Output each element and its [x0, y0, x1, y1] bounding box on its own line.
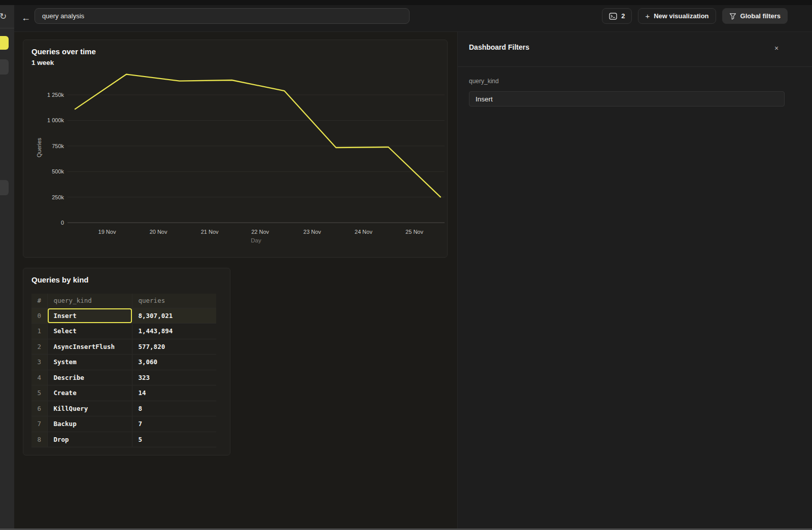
table-row[interactable]: 4Describe323: [31, 370, 216, 385]
global-filters-button[interactable]: Global filters: [722, 8, 788, 24]
queries-count-cell[interactable]: 3,060: [132, 355, 216, 370]
filters-panel-title: Dashboard Filters: [469, 43, 529, 51]
queries-count-cell[interactable]: 323: [132, 370, 216, 385]
x-axis-ticks: 19 Nov20 Nov21 Nov22 Nov23 Nov24 Nov25 N…: [67, 229, 445, 236]
row-index-cell: 0: [31, 308, 47, 324]
rail-item[interactable]: [0, 59, 9, 75]
dashboard-filters-panel: Dashboard Filters × query_kind: [457, 32, 812, 528]
row-index-cell: 6: [31, 401, 47, 416]
column-header-query_kind: query_kind: [47, 294, 132, 308]
column-header-idx: #: [31, 294, 47, 308]
table-card-queries-by-kind: Queries by kind #query_kindqueries 0Inse…: [23, 268, 230, 455]
table-row[interactable]: 7Backup7: [31, 416, 216, 432]
table-header-row: #query_kindqueries: [31, 294, 216, 308]
y-tick-label: 1 250k: [23, 91, 64, 98]
line-chart-plot: [67, 65, 445, 224]
row-index-cell: 4: [31, 370, 47, 385]
queries-count-cell[interactable]: 1,443,894: [132, 324, 216, 339]
panel-divider: [458, 66, 812, 67]
console-count: 2: [621, 12, 625, 20]
back-arrow-icon[interactable]: ←: [19, 11, 33, 25]
row-index-cell: 2: [31, 339, 47, 355]
x-tick-label: 20 Nov: [141, 229, 176, 235]
x-axis-label: Day: [67, 237, 445, 243]
y-tick-label: 500k: [23, 168, 64, 175]
queries-line-series: [75, 75, 441, 198]
filter-field-label: query_kind: [469, 78, 499, 85]
y-tick-label: 1 000k: [23, 117, 64, 124]
window-top-strip: [0, 0, 812, 5]
row-index-cell: 3: [31, 355, 47, 370]
query-kind-cell[interactable]: Insert: [47, 308, 132, 324]
table-row[interactable]: 6KillQuery8: [31, 401, 216, 416]
rail-item[interactable]: [0, 180, 9, 195]
console-icon: [609, 13, 617, 20]
row-index-cell: 7: [31, 416, 47, 432]
row-index-cell: 8: [31, 432, 47, 447]
query-kind-cell[interactable]: Drop: [47, 432, 132, 447]
row-index-cell: 1: [31, 324, 47, 339]
query-kind-cell[interactable]: Create: [47, 385, 132, 401]
table-row[interactable]: 8Drop5: [31, 432, 216, 447]
queries-count-cell[interactable]: 7: [132, 416, 216, 432]
query-kind-cell[interactable]: KillQuery: [47, 401, 132, 416]
table-row[interactable]: 1Select1,443,894: [31, 324, 216, 339]
y-tick-label: 0: [23, 219, 64, 226]
x-tick-label: 19 Nov: [89, 229, 125, 235]
funnel-icon: [729, 13, 736, 20]
query-kind-cell[interactable]: System: [47, 355, 132, 370]
query-kind-cell[interactable]: AsyncInsertFlush: [47, 339, 132, 355]
table-title: Queries by kind: [31, 275, 89, 284]
queries-count-cell[interactable]: 14: [132, 385, 216, 401]
table-row[interactable]: 0Insert8,307,021: [31, 308, 216, 324]
queries-by-kind-table: #query_kindqueries 0Insert8,307,0211Sele…: [31, 294, 216, 447]
x-tick-label: 23 Nov: [294, 229, 330, 235]
query-kind-cell[interactable]: Select: [47, 324, 132, 339]
toolbar: ← 2 + New visualization Global filters: [14, 5, 812, 32]
table-row[interactable]: 2AsyncInsertFlush577,820: [31, 339, 216, 355]
refresh-icon[interactable]: ↻: [0, 12, 8, 22]
queries-count-cell[interactable]: 8,307,021: [132, 308, 216, 324]
queries-count-cell[interactable]: 5: [132, 432, 216, 447]
dashboard-canvas: Queries over time 1 week Queries 0250k50…: [14, 32, 457, 528]
queries-count-cell[interactable]: 8: [132, 401, 216, 416]
query-kind-filter-input[interactable]: [469, 91, 785, 107]
dashboard-rail: ↻: [0, 5, 14, 528]
y-axis-ticks: 0250k500k750k1 000k1 250k: [23, 40, 64, 257]
rail-divider: [0, 28, 14, 28]
row-index-cell: 5: [31, 385, 47, 401]
new-visualization-button[interactable]: + New visualization: [638, 8, 716, 24]
column-header-queries: queries: [132, 294, 216, 308]
y-tick-label: 750k: [23, 143, 64, 150]
y-tick-label: 250k: [23, 194, 64, 201]
dashboard-title-input[interactable]: [35, 8, 410, 24]
x-tick-label: 24 Nov: [346, 229, 381, 235]
query-kind-cell[interactable]: Describe: [47, 370, 132, 385]
global-filters-label: Global filters: [740, 12, 781, 20]
queries-count-cell[interactable]: 577,820: [132, 339, 216, 355]
x-tick-label: 25 Nov: [397, 229, 432, 235]
x-tick-label: 22 Nov: [243, 229, 278, 235]
console-count-button[interactable]: 2: [602, 8, 632, 24]
chart-card-queries-over-time: Queries over time 1 week Queries 0250k50…: [23, 40, 448, 258]
rail-item-active[interactable]: [0, 36, 9, 50]
query-kind-cell[interactable]: Backup: [47, 416, 132, 432]
table-row[interactable]: 3System3,060: [31, 355, 216, 370]
plus-icon: +: [645, 12, 650, 20]
x-tick-label: 21 Nov: [192, 229, 227, 235]
close-icon[interactable]: ×: [771, 43, 782, 53]
table-row[interactable]: 5Create14: [31, 385, 216, 401]
new-visualization-label: New visualization: [654, 12, 708, 20]
